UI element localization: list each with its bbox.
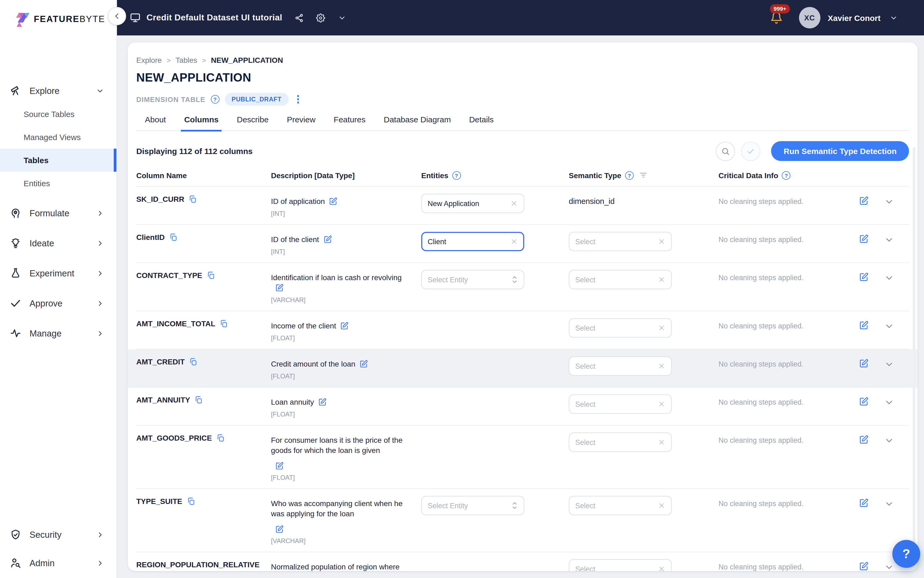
chevron-right-icon[interactable]	[97, 560, 104, 567]
close-icon[interactable]	[658, 565, 665, 571]
chevron-right-icon[interactable]	[97, 531, 104, 538]
sidebar-item-managed-views[interactable]: Managed Views	[0, 126, 117, 149]
edit-icon[interactable]	[859, 232, 869, 242]
entity-select[interactable]: Client	[421, 232, 524, 251]
tab-preview[interactable]: Preview	[287, 115, 316, 130]
close-icon[interactable]	[510, 238, 518, 245]
close-icon[interactable]	[510, 200, 518, 207]
chevron-down-icon[interactable]	[885, 198, 893, 206]
chevron-right-icon[interactable]	[97, 330, 104, 337]
scrollbar[interactable]	[913, 147, 916, 566]
chevron-down-icon[interactable]	[885, 563, 893, 571]
tab-details[interactable]: Details	[469, 115, 494, 130]
edit-icon[interactable]	[859, 270, 869, 279]
semantic-type-select[interactable]: Select	[569, 559, 672, 571]
edit-icon[interactable]	[275, 461, 284, 470]
edit-icon[interactable]	[859, 433, 869, 442]
critical-data-help-icon[interactable]: ?	[782, 171, 791, 180]
chevron-down-icon[interactable]	[885, 360, 893, 369]
close-icon[interactable]	[658, 502, 665, 509]
filter-icon[interactable]	[639, 171, 648, 180]
edit-icon[interactable]	[859, 318, 869, 328]
run-semantic-type-detection-button[interactable]: Run Semantic Type Detection	[772, 141, 909, 161]
semantic-type-select[interactable]: Select	[569, 232, 672, 251]
copy-icon[interactable]	[169, 233, 178, 242]
close-icon[interactable]	[658, 276, 665, 283]
edit-icon[interactable]	[323, 235, 332, 244]
copy-icon[interactable]	[189, 195, 197, 203]
search-button[interactable]	[716, 141, 735, 161]
user-menu-chevron-icon[interactable]	[890, 14, 897, 21]
chevron-down-icon[interactable]	[885, 398, 893, 407]
chevron-down-icon[interactable]	[97, 87, 104, 94]
sidebar-item-ideate[interactable]: Ideate	[0, 231, 117, 255]
tab-about[interactable]: About	[145, 115, 166, 130]
semantic-type-select[interactable]: Select	[569, 270, 672, 289]
sidebar-item-experiment[interactable]: Experiment	[0, 261, 117, 285]
edit-icon[interactable]	[859, 395, 869, 404]
semantic-type-select[interactable]: Select	[569, 318, 672, 338]
semantic-type-select[interactable]: Select	[569, 433, 672, 452]
chevron-right-icon[interactable]	[97, 240, 104, 247]
chevron-right-icon[interactable]	[97, 300, 104, 307]
sidebar-item-source-tables[interactable]: Source Tables	[0, 102, 117, 126]
chevron-down-icon[interactable]	[885, 274, 893, 282]
chevron-down-icon[interactable]	[339, 14, 345, 21]
gear-icon[interactable]	[316, 13, 325, 22]
sidebar-item-formulate[interactable]: Formulate	[0, 201, 117, 225]
notifications-bell-icon[interactable]: 999+	[770, 11, 783, 24]
copy-icon[interactable]	[207, 271, 215, 279]
semantic-type-select[interactable]: Select	[569, 496, 672, 515]
edit-icon[interactable]	[360, 360, 368, 368]
semantic-type-select[interactable]: Select	[569, 395, 672, 414]
close-icon[interactable]	[658, 238, 665, 245]
breadcrumb-item[interactable]: Explore	[136, 56, 162, 64]
chevron-down-icon[interactable]	[885, 235, 893, 244]
sidebar-item-approve[interactable]: Approve	[0, 291, 117, 315]
sidebar-item-explore[interactable]: Explore	[0, 79, 117, 102]
share-icon[interactable]	[295, 13, 304, 22]
copy-icon[interactable]	[216, 434, 225, 442]
copy-icon[interactable]	[195, 396, 203, 404]
edit-icon[interactable]	[318, 398, 327, 406]
edit-icon[interactable]	[275, 283, 284, 292]
tab-database-diagram[interactable]: Database Diagram	[384, 115, 451, 130]
avatar[interactable]: XC	[799, 7, 820, 28]
tab-describe[interactable]: Describe	[237, 115, 269, 130]
project-switcher[interactable]: Credit Default Dataset UI tutorial	[117, 12, 345, 23]
copy-icon[interactable]	[220, 319, 228, 328]
semantic-type-help-icon[interactable]: ?	[625, 171, 634, 180]
breadcrumb-item[interactable]: Tables	[175, 56, 197, 64]
help-fab-button[interactable]: ?	[892, 540, 920, 568]
tab-columns[interactable]: Columns	[184, 115, 219, 130]
edit-icon[interactable]	[275, 525, 284, 533]
sidebar-item-tables[interactable]: Tables	[0, 149, 117, 172]
edit-icon[interactable]	[859, 194, 869, 203]
featurebyte-logo[interactable]: FEATUREBYTE	[0, 0, 117, 27]
entities-help-icon[interactable]: ?	[452, 171, 460, 180]
table-type-help-icon[interactable]: ?	[211, 95, 219, 104]
sidebar-item-manage[interactable]: Manage	[0, 321, 117, 345]
edit-icon[interactable]	[329, 197, 338, 206]
chevron-right-icon[interactable]	[97, 270, 104, 277]
chevron-right-icon[interactable]	[97, 209, 104, 216]
entity-select[interactable]: Select Entity	[421, 270, 524, 289]
semantic-type-select[interactable]: Select	[569, 356, 672, 376]
collapse-sidebar-button[interactable]	[108, 7, 126, 25]
edit-icon[interactable]	[340, 321, 349, 330]
entity-select[interactable]: Select Entity	[421, 496, 524, 515]
sidebar-item-security[interactable]: Security	[0, 523, 117, 546]
sidebar-item-entities[interactable]: Entities	[0, 172, 117, 195]
close-icon[interactable]	[658, 438, 665, 446]
bulk-apply-button[interactable]	[741, 141, 760, 161]
edit-icon[interactable]	[859, 496, 869, 505]
chevron-down-icon[interactable]	[885, 322, 893, 331]
chevron-down-icon[interactable]	[885, 436, 893, 445]
chevron-down-icon[interactable]	[885, 500, 893, 508]
kebab-menu-icon[interactable]	[294, 94, 302, 105]
edit-icon[interactable]	[859, 559, 869, 569]
edit-icon[interactable]	[859, 356, 869, 366]
copy-icon[interactable]	[186, 497, 195, 505]
close-icon[interactable]	[658, 400, 665, 408]
close-icon[interactable]	[658, 324, 665, 332]
